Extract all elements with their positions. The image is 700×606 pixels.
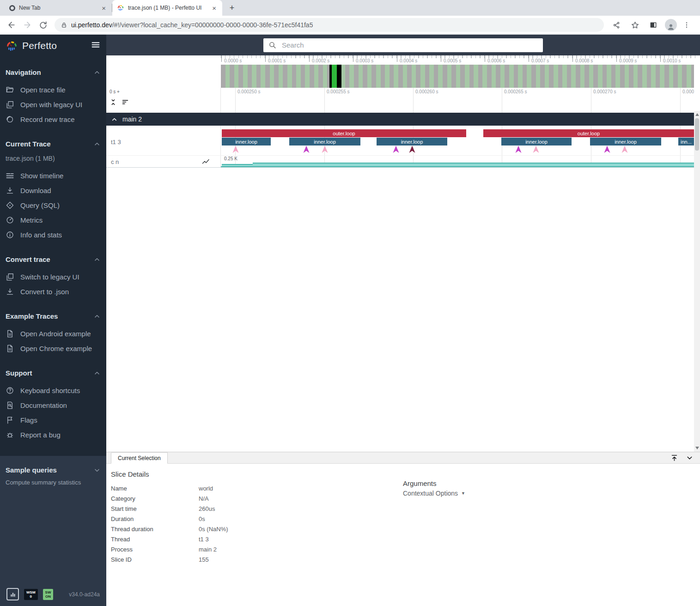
metrics-icon bbox=[6, 216, 14, 224]
url-bar[interactable]: ui.perfetto.dev/#!/viewer?local_cache_ke… bbox=[55, 18, 604, 32]
reload-button[interactable] bbox=[36, 18, 50, 32]
track-sort-button[interactable] bbox=[122, 98, 129, 108]
sidebar-item-report-a-bug[interactable]: Report a bug bbox=[6, 427, 101, 442]
sidebar-item-query-sql[interactable]: Query (SQL) bbox=[6, 198, 101, 212]
sidebar-item-open-trace-file[interactable]: Open trace file bbox=[6, 82, 101, 97]
sidebar-item-list: Show timelineDownloadQuery (SQL)MetricsI… bbox=[6, 162, 101, 242]
sidebar-item-open-chrome-example[interactable]: Open Chrome example bbox=[6, 341, 101, 356]
new-tab-button[interactable]: + bbox=[226, 2, 238, 14]
sidebar-item-record-new-trace[interactable]: Record new trace bbox=[6, 112, 101, 127]
sidebar-item-documentation[interactable]: Documentation bbox=[6, 398, 101, 412]
record-icon bbox=[6, 115, 14, 124]
time-tick-label: 0.000260 s bbox=[415, 89, 438, 94]
detail-row-duration: Duration0s bbox=[111, 514, 700, 524]
overview-tick-label: 0.0009 s bbox=[619, 58, 637, 63]
slice-inner-loop[interactable]: inner.loop bbox=[590, 138, 661, 145]
sidebar-item-compute-summary-statistics[interactable]: Compute summary statistics bbox=[0, 476, 106, 486]
thread-track-name: t1 3 bbox=[111, 139, 121, 145]
forward-button[interactable] bbox=[20, 18, 34, 32]
detail-value: t1 3 bbox=[199, 536, 700, 543]
sidebar-item-list: Keyboard shortcutsDocumentationFlagsRepo… bbox=[6, 377, 101, 442]
slice-outer-loop[interactable]: outer.loop bbox=[483, 129, 694, 137]
time-gridline bbox=[680, 88, 681, 113]
sidebar-item-show-timeline[interactable]: Show timeline bbox=[6, 168, 101, 183]
collapse-panel-button[interactable] bbox=[686, 454, 694, 464]
sidebar-item-metrics[interactable]: Metrics bbox=[6, 212, 101, 227]
slice-outer-loop[interactable]: outer.loop bbox=[222, 129, 466, 137]
overview-tick-label: 0.0008 s bbox=[575, 58, 593, 63]
counter-track-content[interactable]: 0.25 K bbox=[221, 156, 694, 167]
sidebar-section-header-current-trace[interactable]: Current Trace bbox=[6, 140, 101, 148]
bar-chart-icon bbox=[10, 591, 16, 598]
sidebar-item-label: Open trace file bbox=[20, 86, 66, 94]
detail-value: 0s bbox=[199, 515, 700, 522]
slice-inner-loop[interactable]: inner.loop bbox=[222, 138, 271, 145]
section-chevron-up-icon bbox=[93, 140, 101, 148]
sidebar-item-label: Keyboard shortcuts bbox=[20, 387, 80, 394]
section-title: Example Traces bbox=[6, 312, 58, 320]
bookmark-button[interactable] bbox=[628, 18, 642, 32]
time-tick-label: 0.000255 s bbox=[327, 89, 350, 94]
detail-value: 155 bbox=[199, 556, 700, 563]
time-gridline bbox=[235, 88, 236, 113]
person-icon bbox=[667, 23, 675, 31]
contextual-options-dropdown[interactable]: Contextual Options ▼ bbox=[403, 490, 465, 497]
viewport-selection-window[interactable] bbox=[332, 65, 337, 88]
thread-track-content[interactable]: outer.loopouter.loopinner.loopinner.loop… bbox=[221, 126, 694, 155]
search-icon bbox=[268, 41, 276, 49]
sidebar-section-header-convert-trace[interactable]: Convert trace bbox=[6, 255, 101, 263]
detail-label: Slice ID bbox=[111, 556, 199, 563]
overview-tick-label: 0.0007 s bbox=[531, 58, 549, 63]
sidebar-item-convert-to-json[interactable]: Convert to .json bbox=[6, 284, 101, 299]
back-button[interactable] bbox=[5, 18, 18, 32]
expand-panel-button[interactable] bbox=[670, 454, 678, 464]
sidebar-item-download[interactable]: Download bbox=[6, 183, 101, 198]
sidebar-item-label: Download bbox=[20, 187, 51, 194]
search-input[interactable] bbox=[282, 41, 538, 49]
vertical-scrollbar[interactable] bbox=[694, 111, 700, 452]
tab-current-selection[interactable]: Current Selection bbox=[111, 452, 168, 464]
collapse-all-tracks-button[interactable] bbox=[110, 98, 117, 108]
sidebar-item-flags[interactable]: Flags bbox=[6, 412, 101, 427]
sidebar-toggle-button[interactable] bbox=[91, 40, 101, 52]
slice-details-heading: Slice Details bbox=[111, 470, 700, 478]
browser-tab-newtab[interactable]: New Tab × bbox=[5, 0, 112, 16]
slice-inner-loop[interactable]: inner.loop bbox=[289, 138, 360, 145]
side-panel-button[interactable] bbox=[646, 18, 660, 32]
slice-inner-loop[interactable]: inner.loop bbox=[501, 138, 572, 145]
scrollbar-thumb[interactable] bbox=[695, 118, 699, 151]
sidebar-section-header-navigation[interactable]: Navigation bbox=[6, 68, 101, 76]
sidebar-section-header-support[interactable]: Support bbox=[6, 369, 101, 377]
viewport-selection-handle[interactable] bbox=[337, 65, 341, 88]
browser-tab-perfetto[interactable]: trace.json (1 MB) - Perfetto UI × bbox=[112, 0, 222, 16]
sidebar-item-label: Report a bug bbox=[20, 431, 61, 439]
overview-minimap[interactable] bbox=[221, 65, 694, 88]
sidebar-item-keyboard-shortcuts[interactable]: Keyboard shortcuts bbox=[6, 383, 101, 398]
side-panel-icon bbox=[649, 21, 657, 29]
tab-close-icon[interactable]: × bbox=[211, 4, 218, 12]
sidebar-section-header-sample-queries[interactable]: Sample queries bbox=[6, 466, 101, 474]
flow-arrow-icon bbox=[321, 145, 329, 154]
sidebar-item-switch-to-legacy-ui[interactable]: Switch to legacy UI bbox=[6, 269, 101, 284]
process-group-header-main2[interactable]: main 2 bbox=[106, 113, 694, 126]
profile-avatar[interactable] bbox=[665, 19, 677, 31]
overview-major-tick bbox=[353, 55, 353, 62]
sidebar-item-info-and-stats[interactable]: Info and stats bbox=[6, 227, 101, 242]
sidebar-item-open-with-legacy-ui[interactable]: Open with legacy UI bbox=[6, 97, 101, 112]
share-button[interactable] bbox=[609, 18, 623, 32]
section-chevron-down-icon bbox=[93, 467, 101, 474]
sidebar-item-open-android-example[interactable]: Open Android example bbox=[6, 326, 101, 341]
sidebar-section-header-example-traces[interactable]: Example Traces bbox=[6, 312, 101, 320]
sidebar-item-label: Metrics bbox=[20, 216, 43, 224]
legacy-ui-icon bbox=[6, 273, 14, 281]
download-icon bbox=[6, 186, 14, 195]
detail-label: Duration bbox=[111, 515, 199, 522]
tab-close-icon[interactable]: × bbox=[100, 4, 107, 12]
slice-inner-loop[interactable]: inner.loop bbox=[377, 138, 447, 145]
trace-stats-button[interactable] bbox=[6, 588, 19, 600]
scroll-up-arrow-icon[interactable] bbox=[695, 113, 699, 116]
slice-inn[interactable]: inn... bbox=[678, 138, 694, 145]
browser-menu-button[interactable] bbox=[680, 18, 694, 32]
scroll-down-arrow-icon[interactable] bbox=[695, 447, 699, 449]
search-box[interactable] bbox=[263, 38, 543, 52]
